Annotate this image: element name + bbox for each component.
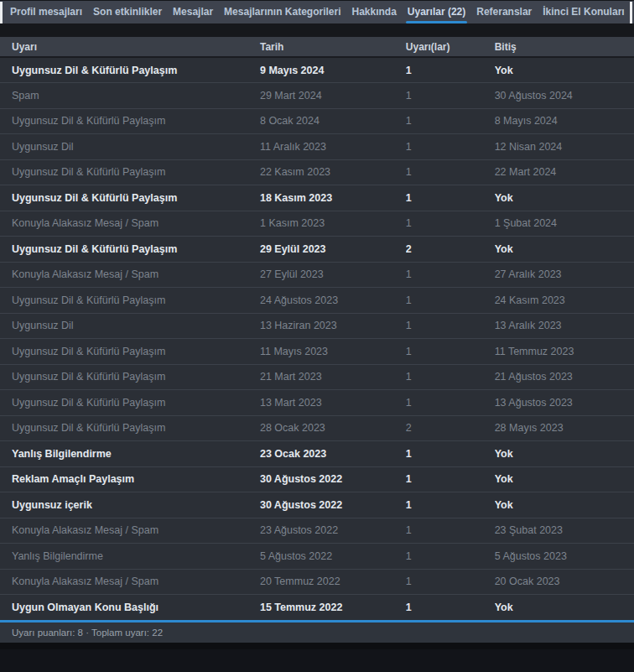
cell-expiry: 30 Ağustos 2024 [495,83,634,109]
cell-date: 15 Temmuz 2022 [260,595,406,621]
cell-reason: Uygunsuz Dil & Küfürlü Paylaşım [0,415,260,441]
cell-points: 1 [406,364,495,390]
cell-date: 27 Eylül 2023 [260,262,406,288]
cell-reason: Uygunsuz Dil & Küfürlü Paylaşım [0,108,260,134]
warnings-summary-footer: Uyarı puanları: 8 · Toplam uyarı: 22 [0,620,634,643]
cell-expiry: 27 Aralık 2023 [495,262,634,288]
cell-reason: Uygunsuz Dil & Küfürlü Paylaşım [0,159,260,185]
tab-son-etkinlikler[interactable]: Son etkinlikler [93,1,162,23]
cell-expiry: 13 Ağustos 2023 [495,390,634,416]
tab-ikinci-el-konulari[interactable]: İkinci El Konuları [543,1,624,23]
cell-expiry: Yok [495,237,634,263]
cell-points: 2 [406,415,495,441]
cell-expiry: Yok [495,492,634,518]
cell-date: 21 Mart 2023 [260,364,406,390]
cell-points: 2 [406,237,495,263]
cell-date: 1 Kasım 2023 [260,211,406,237]
table-row: Konuyla Alakasız Mesaj / Spam1 Kasım 202… [0,211,634,237]
cell-date: 23 Ocak 2023 [260,441,406,467]
tab-hakkinda[interactable]: Hakkında [352,1,397,23]
cell-reason: Uygunsuz Dil & Küfürlü Paylaşım [0,339,260,365]
cell-expiry: 24 Kasım 2023 [495,288,634,314]
cell-reason: Yanlış Bilgilendirme [0,441,260,467]
cell-points: 1 [406,441,495,467]
profile-tabs: Profil mesajlarıSon etkinliklerMesajlarM… [0,0,634,23]
cell-reason: Uygunsuz Dil & Küfürlü Paylaşım [0,185,260,211]
cell-reason: Uygunsuz içerik [0,492,260,518]
cell-reason: Uygun Olmayan Konu Başlığı [0,595,260,621]
cell-reason: Uygunsuz Dil [0,134,260,160]
cell-reason: Konuyla Alakasız Mesaj / Spam [0,211,260,237]
cell-points: 1 [406,595,495,621]
table-row: Uygunsuz Dil & Küfürlü Paylaşım18 Kasım … [0,185,634,211]
cell-date: 8 Ocak 2024 [260,108,406,134]
cell-reason: Reklam Amaçlı Paylaşım [0,466,260,492]
cell-date: 24 Ağustos 2023 [260,288,406,314]
cell-reason: Uygunsuz Dil & Küfürlü Paylaşım [0,288,260,314]
cell-points: 1 [406,339,495,365]
tabbar-edge-right [630,2,632,23]
cell-expiry: 28 Mayıs 2023 [495,415,634,441]
table-row: Reklam Amaçlı Paylaşım30 Ağustos 20221Yo… [0,466,634,492]
cell-reason: Uygunsuz Dil & Küfürlü Paylaşım [0,57,260,83]
column-header-date: Tarih [260,37,406,57]
cell-points: 1 [406,185,495,211]
page-bottom-background [0,643,634,649]
warnings-summary-text: Uyarı puanları: 8 · Toplam uyarı: 22 [12,628,163,638]
cell-expiry: 21 Ağustos 2023 [495,364,634,390]
cell-reason: Uygunsuz Dil & Küfürlü Paylaşım [0,237,260,263]
table-row: Konuyla Alakasız Mesaj / Spam27 Eylül 20… [0,262,634,288]
tab-uyarilar[interactable]: Uyarılar (22) [408,1,465,23]
cell-date: 30 Ağustos 2022 [260,492,406,518]
cell-reason: Spam [0,83,260,109]
cell-expiry: 13 Aralık 2023 [495,313,634,339]
warnings-table-body: Uygunsuz Dil & Küfürlü Paylaşım9 Mayıs 2… [0,57,634,620]
cell-points: 1 [406,313,495,339]
tab-referanslar[interactable]: Referanslar [476,1,532,23]
cell-points: 1 [406,288,495,314]
table-row: Uygunsuz Dil & Küfürlü Paylaşım28 Ocak 2… [0,415,634,441]
tabbar-edge-left [0,2,3,23]
table-row: Uygunsuz Dil & Küfürlü Paylaşım9 Mayıs 2… [0,57,634,83]
cell-points: 1 [406,108,495,134]
cell-points: 1 [406,134,495,160]
table-row: Uygunsuz Dil & Küfürlü Paylaşım21 Mart 2… [0,364,634,390]
cell-date: 18 Kasım 2023 [260,185,406,211]
table-row: Uygunsuz Dil13 Haziran 2023113 Aralık 20… [0,313,634,339]
cell-reason: Uygunsuz Dil [0,313,260,339]
cell-reason: Konuyla Alakasız Mesaj / Spam [0,518,260,544]
cell-expiry: 20 Ocak 2023 [495,569,634,595]
cell-date: 9 Mayıs 2024 [260,57,406,83]
cell-date: 29 Eylül 2023 [260,237,406,263]
cell-points: 1 [406,211,495,237]
table-row: Uygun Olmayan Konu Başlığı15 Temmuz 2022… [0,595,634,621]
page-background-gap [0,23,634,37]
cell-expiry: 12 Nisan 2024 [495,134,634,160]
warnings-table: UyarıTarihUyarı(lar)Bitiş Uygunsuz Dil &… [0,37,634,620]
tab-mesajlarinin-kategorileri[interactable]: Mesajlarının Kategorileri [224,1,340,23]
cell-points: 1 [406,544,495,570]
cell-expiry: 23 Şubat 2023 [495,518,634,544]
cell-points: 1 [406,83,495,109]
cell-expiry: Yok [495,185,634,211]
table-row: Spam29 Mart 2024130 Ağustos 2024 [0,83,634,109]
cell-expiry: 11 Temmuz 2023 [495,339,634,365]
cell-date: 13 Mart 2023 [260,390,406,416]
cell-reason: Konuyla Alakasız Mesaj / Spam [0,262,260,288]
cell-points: 1 [406,57,495,83]
tab-mesajlar[interactable]: Mesajlar [173,1,213,23]
table-row: Uygunsuz Dil & Küfürlü Paylaşım24 Ağusto… [0,288,634,314]
cell-points: 1 [406,518,495,544]
cell-reason: Konuyla Alakasız Mesaj / Spam [0,569,260,595]
table-row: Uygunsuz Dil & Küfürlü Paylaşım11 Mayıs … [0,339,634,365]
cell-expiry: Yok [495,595,634,621]
cell-date: 20 Temmuz 2022 [260,569,406,595]
table-row: Uygunsuz Dil & Küfürlü Paylaşım29 Eylül … [0,237,634,263]
tab-profil-mesajlari[interactable]: Profil mesajları [10,1,82,23]
column-header-reason: Uyarı [0,37,260,57]
cell-date: 11 Mayıs 2023 [260,339,406,365]
cell-expiry: Yok [495,441,634,467]
cell-date: 13 Haziran 2023 [260,313,406,339]
cell-reason: Uygunsuz Dil & Küfürlü Paylaşım [0,390,260,416]
table-row: Uygunsuz Dil11 Aralık 2023112 Nisan 2024 [0,134,634,160]
